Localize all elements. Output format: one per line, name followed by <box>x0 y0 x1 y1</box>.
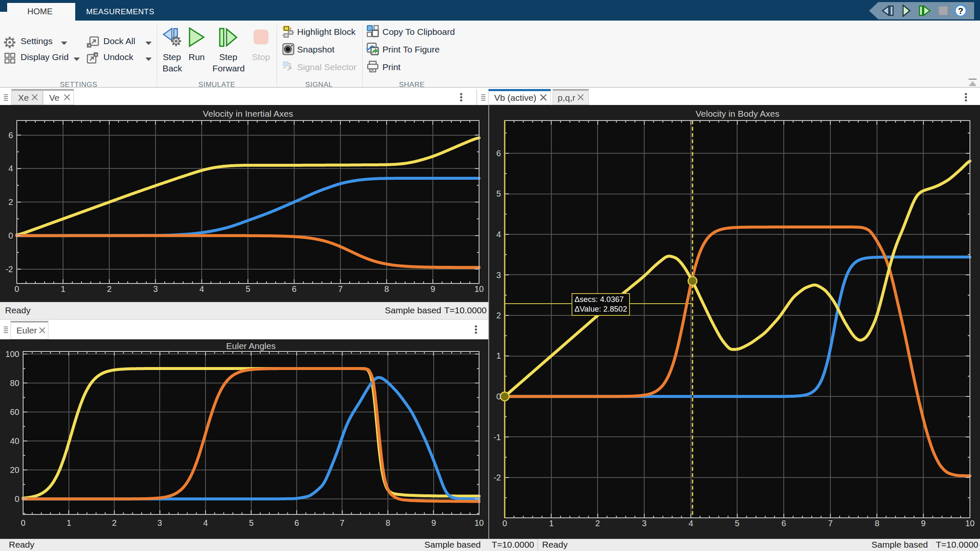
svg-text:20: 20 <box>10 465 19 475</box>
svg-text:100: 100 <box>5 349 19 359</box>
svg-text:0: 0 <box>496 392 501 401</box>
svg-text:-1: -1 <box>493 433 501 442</box>
svg-text:1: 1 <box>549 519 553 528</box>
svg-text:6: 6 <box>8 131 13 140</box>
svg-text:0: 0 <box>21 518 25 527</box>
svg-text:Velocity in Body Axes: Velocity in Body Axes <box>695 109 780 118</box>
svg-text:3: 3 <box>153 284 158 294</box>
svg-text:6: 6 <box>496 149 501 158</box>
svg-text:0: 0 <box>14 284 19 294</box>
svg-text:2: 2 <box>8 197 13 207</box>
svg-text:3: 3 <box>642 519 646 528</box>
svg-text:ΔValue: 2.8502: ΔValue: 2.8502 <box>574 304 627 313</box>
svg-text:10: 10 <box>474 284 484 294</box>
svg-text:6: 6 <box>781 519 786 528</box>
svg-text:-2: -2 <box>493 473 501 482</box>
svg-text:5: 5 <box>496 189 501 198</box>
svg-text:4: 4 <box>496 230 501 239</box>
svg-text:4: 4 <box>199 284 204 294</box>
svg-text:Velocity in Inertial Axes: Velocity in Inertial Axes <box>203 109 293 118</box>
svg-text:9: 9 <box>430 284 435 294</box>
svg-text:1: 1 <box>66 518 71 527</box>
svg-text:Euler Angles: Euler Angles <box>226 341 276 351</box>
svg-text:8: 8 <box>875 519 879 528</box>
svg-text:6: 6 <box>294 518 299 527</box>
svg-text:?: ? <box>958 6 964 16</box>
svg-text:6: 6 <box>292 284 296 294</box>
svg-text:5: 5 <box>735 519 739 528</box>
svg-text:0: 0 <box>15 494 19 504</box>
svg-text:9: 9 <box>431 518 436 527</box>
svg-text:3: 3 <box>496 270 501 280</box>
svg-text:2: 2 <box>107 284 111 294</box>
svg-text:60: 60 <box>10 407 19 417</box>
svg-text:4: 4 <box>688 519 693 528</box>
svg-text:1: 1 <box>61 284 65 294</box>
svg-text:7: 7 <box>340 518 344 527</box>
svg-text:2: 2 <box>496 311 501 320</box>
svg-text:0: 0 <box>502 519 507 528</box>
svg-text:3: 3 <box>157 518 162 527</box>
svg-text:-2: -2 <box>5 265 13 274</box>
svg-text:7: 7 <box>828 519 832 528</box>
svg-text:10: 10 <box>965 519 975 528</box>
svg-text:8: 8 <box>385 518 390 527</box>
svg-text:80: 80 <box>10 378 19 388</box>
svg-text:9: 9 <box>921 519 925 528</box>
svg-text:40: 40 <box>10 436 19 446</box>
svg-text:8: 8 <box>384 284 389 294</box>
svg-text:2: 2 <box>112 518 116 527</box>
svg-text:0: 0 <box>8 231 13 240</box>
svg-text:Δsecs: 4.0367: Δsecs: 4.0367 <box>574 295 624 304</box>
svg-text:5: 5 <box>249 518 253 527</box>
svg-text:4: 4 <box>203 518 208 527</box>
svg-text:5: 5 <box>245 284 250 294</box>
svg-text:7: 7 <box>338 284 342 294</box>
svg-text:2: 2 <box>595 519 600 528</box>
svg-text:10: 10 <box>474 518 484 527</box>
svg-text:4: 4 <box>8 164 13 173</box>
svg-text:1: 1 <box>496 351 501 360</box>
